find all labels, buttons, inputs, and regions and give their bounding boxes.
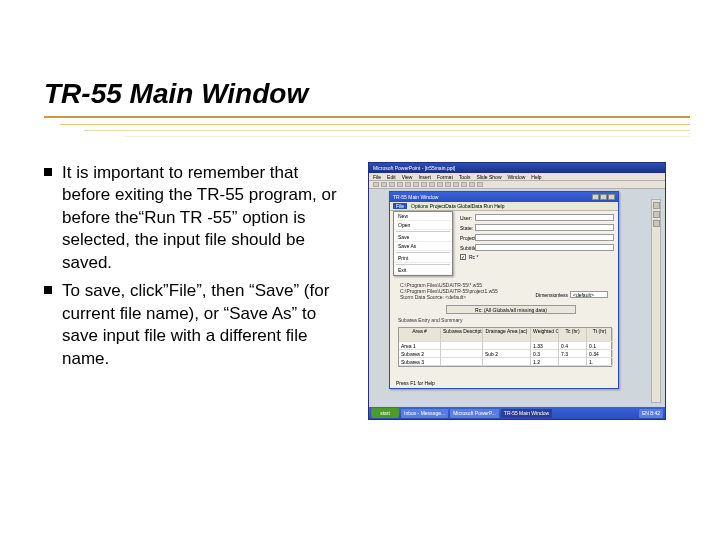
col-header: Weighted CN — [531, 328, 559, 342]
pane-icon[interactable] — [653, 211, 660, 218]
table-row[interactable]: Area 1 1.33 0.4 0.1 — [399, 342, 611, 350]
tr55-window: TR-55 Main Window File Options ProjectDa… — [389, 191, 619, 389]
pp-menu-item[interactable]: Help — [531, 174, 541, 180]
cell[interactable] — [441, 350, 483, 358]
col-header: Subarea Description — [441, 328, 483, 342]
table-row[interactable]: Subarea 2 Sub 2 0.3 7.3 0.34 — [399, 350, 611, 358]
toolbar-icon[interactable] — [453, 182, 459, 187]
toolbar-icon[interactable] — [461, 182, 467, 187]
powerpoint-task-pane — [651, 199, 661, 403]
file-menu-new[interactable]: New — [394, 212, 452, 221]
menu-separator — [396, 264, 450, 265]
maximize-icon[interactable] — [600, 194, 607, 200]
window-controls — [592, 194, 615, 200]
toolbar-icon[interactable] — [405, 182, 411, 187]
slide: TR-55 Main Window It is important to rem… — [0, 0, 720, 540]
file-menu-saveas[interactable]: Save As — [394, 242, 452, 251]
start-button[interactable]: start — [371, 408, 399, 418]
cell[interactable]: 1.33 — [531, 342, 559, 350]
toolbar-icon[interactable] — [413, 182, 419, 187]
cell[interactable]: Subarea 3 — [399, 358, 441, 366]
subtitle-input[interactable] — [475, 244, 614, 251]
cell[interactable]: 0.3 — [531, 350, 559, 358]
project-input[interactable] — [475, 234, 614, 241]
tr55-form: User: State: Project: Subtitle: Rc * — [460, 214, 614, 260]
cell[interactable]: 1. — [587, 358, 613, 366]
toolbar-icon[interactable] — [429, 182, 435, 187]
system-tray[interactable]: EN 8:42 — [639, 409, 663, 418]
pp-menu-item[interactable]: Tools — [459, 174, 471, 180]
bullet-list: It is important to remember that before … — [44, 162, 344, 420]
pp-menu-item[interactable]: Insert — [418, 174, 431, 180]
subtitle-label: Subtitle: — [460, 245, 472, 251]
pane-icon[interactable] — [653, 220, 660, 227]
toolbar-icon[interactable] — [445, 182, 451, 187]
file-dropdown: New Open Save Save As Print Exit — [393, 211, 453, 276]
rc-checkbox-label: Rc * — [469, 254, 478, 260]
windows-taskbar: start Inbox - Message... Microsoft Power… — [369, 407, 665, 419]
cell[interactable] — [441, 358, 483, 366]
rc-globals-button[interactable]: Rc: (All Globals/all missing data) — [446, 305, 576, 314]
taskbar-button[interactable]: TR-55 Main Window — [501, 409, 552, 418]
cell[interactable]: Sub 2 — [483, 350, 531, 358]
powerpoint-menubar: File Edit View Insert Format Tools Slide… — [369, 173, 665, 181]
cell[interactable]: 1.2 — [531, 358, 559, 366]
tr55-menu-file[interactable]: File — [393, 203, 407, 209]
state-input[interactable] — [475, 224, 614, 231]
user-input[interactable] — [475, 214, 614, 221]
cell[interactable]: 0.1 — [587, 342, 613, 350]
pp-menu-item[interactable]: View — [402, 174, 413, 180]
status-bar-text: Press F1 for Help — [396, 380, 435, 386]
embedded-screenshot: Microsoft PowerPoint - [tr55main.ppt] Fi… — [368, 162, 666, 420]
file-menu-open[interactable]: Open — [394, 221, 452, 230]
cell[interactable] — [441, 342, 483, 350]
subarea-table: Area # Subarea Description Drainage Area… — [398, 327, 612, 367]
dimensionless-label: Dimensionless — [535, 292, 568, 298]
close-icon[interactable] — [608, 194, 615, 200]
tr55-titlebar: TR-55 Main Window — [390, 192, 618, 202]
cell[interactable]: Subarea 2 — [399, 350, 441, 358]
bullet-item: To save, click”File”, then “Save” (for c… — [44, 280, 344, 370]
pp-menu-item[interactable]: Format — [437, 174, 453, 180]
cell[interactable] — [483, 342, 531, 350]
powerpoint-titlebar: Microsoft PowerPoint - [tr55main.ppt] — [369, 163, 665, 173]
pp-menu-item[interactable]: Window — [508, 174, 526, 180]
taskbar-button[interactable]: Microsoft PowerP... — [450, 409, 499, 418]
toolbar-icon[interactable] — [421, 182, 427, 187]
cell[interactable]: Area 1 — [399, 342, 441, 350]
toolbar-icon[interactable] — [469, 182, 475, 187]
dimensionless-input[interactable]: <default> — [570, 291, 608, 298]
col-header: Tt (hr) — [587, 328, 613, 342]
cell[interactable]: 7.3 — [559, 350, 587, 358]
toolbar-icon[interactable] — [477, 182, 483, 187]
table-header-row: Area # Subarea Description Drainage Area… — [399, 328, 611, 342]
table-row[interactable]: Subarea 3 1.2 1. — [399, 358, 611, 366]
file-menu-exit[interactable]: Exit — [394, 266, 452, 275]
toolbar-icon[interactable] — [389, 182, 395, 187]
taskbar-button[interactable]: Inbox - Message... — [401, 409, 448, 418]
pp-menu-item[interactable]: Edit — [387, 174, 396, 180]
cell[interactable]: 0.34 — [587, 350, 613, 358]
menu-separator — [396, 231, 450, 232]
toolbar-icon[interactable] — [373, 182, 379, 187]
file-menu-print[interactable]: Print — [394, 254, 452, 263]
toolbar-icon[interactable] — [381, 182, 387, 187]
toolbar-icon[interactable] — [437, 182, 443, 187]
pp-menu-item[interactable]: Slide Show — [476, 174, 501, 180]
pane-icon[interactable] — [653, 202, 660, 209]
toolbar-icon[interactable] — [397, 182, 403, 187]
cell[interactable] — [559, 358, 587, 366]
tr55-menu-rest[interactable]: Options ProjectData GlobalData Run Help — [411, 203, 504, 209]
bullet-item: It is important to remember that before … — [44, 162, 344, 274]
file-menu-save[interactable]: Save — [394, 233, 452, 242]
state-label: State: — [460, 225, 472, 231]
col-header: Drainage Area (ac) — [483, 328, 531, 342]
cell[interactable] — [483, 358, 531, 366]
tr55-title-text: TR-55 Main Window — [393, 194, 438, 200]
col-header: Area # — [399, 328, 441, 342]
cell[interactable]: 0.4 — [559, 342, 587, 350]
pp-menu-item[interactable]: File — [373, 174, 381, 180]
title-underline — [44, 116, 690, 144]
minimize-icon[interactable] — [592, 194, 599, 200]
rc-checkbox[interactable] — [460, 254, 466, 260]
